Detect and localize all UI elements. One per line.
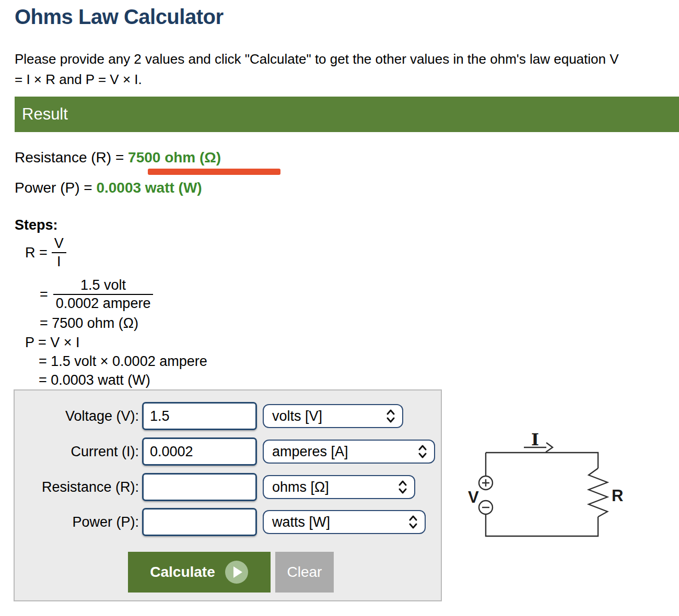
form-row-voltage: Voltage (V): volts [V] — [15, 402, 441, 430]
resistance-unit-select[interactable]: ohms [Ω] — [263, 475, 415, 499]
power-unit-select[interactable]: watts [W] — [263, 510, 426, 534]
step-equation-3: = 7500 ohm (Ω) — [40, 315, 138, 331]
calculate-button[interactable]: Calculate — [128, 552, 271, 593]
play-icon — [225, 560, 249, 584]
step-equation-5: = 1.5 volt × 0.0002 ampere — [39, 353, 207, 370]
intro-line-1: Please provide any 2 values and click "C… — [15, 49, 679, 69]
eq1-fraction: V I — [52, 235, 66, 270]
voltage-label: Voltage (V): — [15, 402, 139, 430]
ohms-law-calculator-page: Ohms Law Calculator Please provide any 2… — [0, 0, 679, 616]
eq2-fraction: 1.5 volt 0.0002 ampere — [53, 277, 154, 312]
voltage-unit-value: volts [V] — [272, 408, 322, 424]
current-label: Current (I): — [15, 437, 139, 466]
resistance-result-value: 7500 ohm (Ω) — [128, 149, 221, 165]
voltage-input[interactable] — [142, 402, 257, 430]
resistor-label: R — [612, 487, 623, 505]
eq2-numerator: 1.5 volt — [53, 277, 154, 294]
result-banner-label: Result — [22, 105, 68, 124]
form-row-current: Current (I): amperes [A] — [15, 437, 441, 466]
intro-line-2: = I × R and P = V × I. — [15, 69, 679, 90]
page-title: Ohms Law Calculator — [15, 5, 223, 29]
plus-terminal-icon — [479, 476, 493, 490]
circuit-diagram: I V R — [460, 423, 632, 548]
eq2-denominator: 0.0002 ampere — [53, 294, 154, 312]
chevron-updown-icon — [418, 444, 427, 459]
power-result-value: 0.0003 watt (W) — [96, 180, 202, 196]
step-equation-1: R = V I — [25, 235, 66, 270]
voltage-source-label: V — [468, 488, 479, 506]
steps-heading: Steps: — [15, 217, 58, 233]
current-input[interactable] — [142, 437, 257, 466]
resistance-label: Resistance (R): — [15, 473, 139, 501]
intro-text: Please provide any 2 values and click "C… — [15, 49, 679, 90]
resistance-unit-value: ohms [Ω] — [272, 479, 329, 495]
power-input[interactable] — [142, 508, 257, 536]
form-row-resistance: Resistance (R): ohms [Ω] — [15, 473, 441, 501]
circuit-wire — [486, 453, 598, 468]
resistance-input[interactable] — [142, 473, 257, 501]
step-equation-4: P = V × I — [25, 335, 80, 351]
current-unit-value: amperes [A] — [272, 444, 348, 460]
minus-terminal-icon — [479, 501, 493, 514]
power-result-prefix: Power (P) = — [15, 180, 96, 196]
current-label: I — [531, 430, 539, 449]
resistance-result-prefix: Resistance (R) = — [15, 149, 128, 165]
current-unit-select[interactable]: amperes [A] — [263, 440, 435, 464]
calculator-form-panel: Voltage (V): volts [V] Current (I): ampe… — [14, 389, 442, 601]
chevron-updown-icon — [386, 408, 395, 424]
chevron-updown-icon — [398, 479, 407, 495]
red-marker-underline — [148, 169, 280, 175]
clear-button-label: Clear — [287, 564, 322, 580]
power-result-line: Power (P) = 0.0003 watt (W) — [15, 180, 202, 196]
eq1-lhs: R = — [25, 245, 48, 261]
chevron-updown-icon — [408, 514, 418, 530]
power-label: Power (P): — [15, 508, 139, 536]
voltage-unit-select[interactable]: volts [V] — [263, 404, 403, 428]
eq1-numerator: V — [52, 235, 66, 252]
eq1-denominator: I — [52, 252, 66, 270]
power-unit-value: watts [W] — [272, 514, 330, 530]
resistance-result-line: Resistance (R) = 7500 ohm (Ω) — [15, 149, 221, 166]
calculate-button-label: Calculate — [150, 564, 215, 581]
resistor-zigzag — [589, 468, 607, 517]
eq2-equals-sign: = — [40, 287, 48, 303]
step-equation-6: = 0.0003 watt (W) — [39, 372, 150, 388]
circuit-wire — [486, 514, 598, 536]
clear-button[interactable]: Clear — [275, 552, 334, 593]
form-row-power: Power (P): watts [W] — [15, 508, 441, 536]
step-equation-2: = 1.5 volt 0.0002 ampere — [40, 277, 153, 312]
result-banner: Result — [15, 97, 679, 132]
